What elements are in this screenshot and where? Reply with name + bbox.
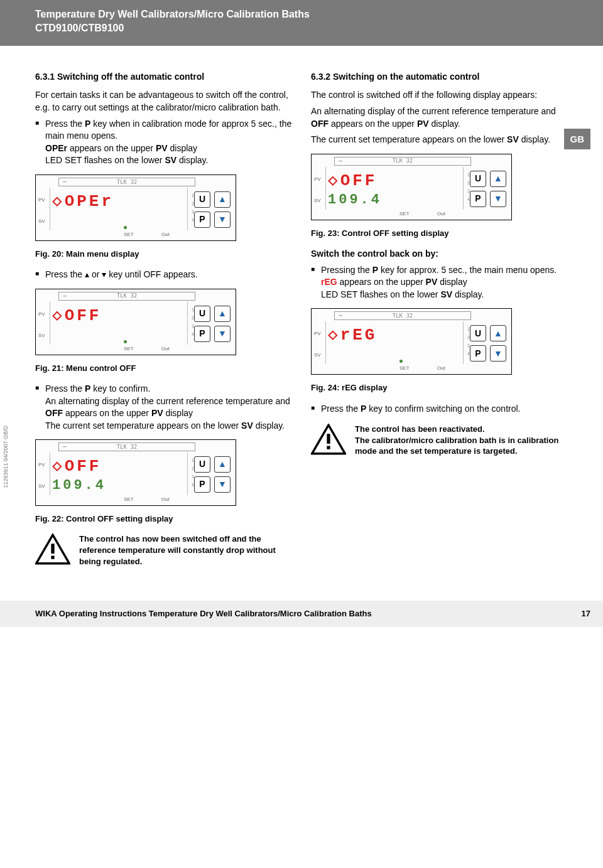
left-column: 6.3.1 Switching off the automatic contro…	[35, 71, 292, 576]
p-button[interactable]: P	[194, 326, 210, 342]
panel-model-label: ⎓TLK 32	[58, 292, 195, 301]
display-panel-fig24: ⎓TLK 32 PV SV ◇rEG SET Out 1 2 3 4 U ▲ P…	[311, 308, 512, 375]
sv-label: SV	[38, 218, 45, 225]
set-led	[124, 340, 127, 343]
out-label: Out	[161, 231, 170, 238]
down-button[interactable]: ▼	[490, 345, 506, 362]
out-label: Out	[437, 365, 445, 372]
page-footer: WIKA Operating Instructions Temperature …	[0, 601, 603, 627]
pv-label: PV	[38, 311, 45, 318]
bullet-press-arrows: Press the ▴ or ▾ key until OFF appears.	[35, 269, 292, 281]
panel-model-label: ⎓TLK 32	[334, 157, 471, 166]
set-label: SET	[124, 496, 134, 503]
p-button[interactable]: P	[194, 476, 210, 493]
pv-display: ◇OFF	[52, 304, 159, 327]
caption-fig22: Fig. 22: Control OFF setting display	[35, 513, 292, 525]
pv-display: ◇rEG	[328, 324, 435, 346]
footer-title: WIKA Operating Instructions Temperature …	[35, 608, 372, 619]
warning-text: The control has now been switched off an…	[79, 533, 292, 567]
warning-icon	[35, 533, 70, 565]
page-number: 17	[582, 608, 590, 619]
warning-text: The control has been reactivated. The ca…	[355, 424, 568, 457]
sv-label: SV	[38, 483, 45, 490]
svg-rect-4	[327, 434, 330, 444]
intro-631: For certain tasks it can be advantageous…	[35, 89, 292, 114]
caption-fig24: Fig. 24: rEG display	[311, 382, 568, 394]
page-header: Temperature Dry Well Calibrators/Micro C…	[0, 0, 603, 46]
content-area: GB 6.3.1 Switching off the automatic con…	[0, 46, 603, 588]
sv-label: SV	[314, 197, 321, 204]
set-led	[399, 360, 403, 363]
p-632-sv: The current set temperature appears on t…	[311, 134, 568, 146]
u-button[interactable]: U	[194, 306, 210, 322]
switch-back-heading: Switch the control back on by:	[311, 248, 568, 260]
out-label: Out	[161, 496, 170, 503]
panel-model-label: ⎓TLK 32	[58, 178, 195, 186]
svg-rect-5	[327, 446, 330, 449]
document-code: 11263911 04/2007 GB/D	[2, 426, 10, 488]
pv-label: PV	[314, 176, 321, 183]
warning-icon	[311, 424, 346, 455]
header-title-2: CTD9100/CTB9100	[35, 21, 590, 35]
sv-display: 109.4	[328, 191, 435, 210]
pv-label: PV	[38, 461, 45, 468]
up-button[interactable]: ▲	[490, 171, 506, 187]
u-button[interactable]: U	[470, 171, 486, 187]
u-button[interactable]: U	[470, 325, 486, 341]
display-panel-fig20: ⎓TLK 32 PV SV ◇OPEr SET Out 1 2 3 4 U ▲ …	[35, 174, 236, 241]
bullet-press-p-confirm-on: Press the P key to confirm switching on …	[311, 403, 568, 415]
header-title-1: Temperature Dry Well Calibrators/Micro C…	[35, 8, 590, 21]
warning-control-on: The control has been reactivated. The ca…	[311, 424, 568, 457]
down-button[interactable]: ▼	[490, 191, 506, 207]
svg-rect-2	[51, 556, 54, 559]
bullet-press-p-5sec: Pressing the P key for approx. 5 sec., t…	[311, 264, 568, 301]
up-button[interactable]: ▲	[490, 325, 506, 341]
sv-display: 109.4	[52, 476, 159, 496]
language-tab: GB	[564, 129, 591, 149]
caption-fig20: Fig. 20: Main menu display	[35, 249, 292, 260]
heading-6-3-2: 6.3.2 Switching on the automatic control	[311, 71, 568, 83]
down-button[interactable]: ▼	[214, 212, 231, 228]
up-button[interactable]: ▲	[214, 456, 231, 473]
set-led	[124, 226, 127, 229]
up-button[interactable]: ▲	[214, 191, 231, 208]
set-label: SET	[399, 365, 410, 372]
p-button[interactable]: P	[470, 191, 486, 207]
sv-label: SV	[314, 351, 321, 358]
p-632-intro: The control is switched off if the follo…	[311, 89, 568, 102]
caption-fig21: Fig. 21: Menu control OFF	[35, 363, 292, 374]
out-label: Out	[437, 210, 445, 217]
pv-display: ◇OPEr	[52, 190, 159, 213]
pv-label: PV	[314, 330, 321, 337]
set-label: SET	[124, 231, 134, 238]
pv-label: PV	[38, 196, 45, 203]
set-label: SET	[124, 345, 134, 352]
right-column: 6.3.2 Switching on the automatic control…	[311, 71, 568, 576]
sv-label: SV	[38, 332, 45, 339]
pv-display: ◇OFF	[52, 455, 159, 478]
down-button[interactable]: ▼	[214, 476, 231, 493]
u-button[interactable]: U	[194, 456, 210, 473]
up-button[interactable]: ▲	[214, 306, 231, 322]
p-button[interactable]: P	[470, 345, 486, 362]
down-button[interactable]: ▼	[214, 326, 231, 342]
bullet-press-p-confirm: Press the P key to confirm. An alternati…	[35, 383, 292, 432]
p-button[interactable]: P	[194, 212, 210, 228]
caption-fig23: Fig. 23: Control OFF setting display	[311, 228, 568, 239]
warning-control-off: The control has now been switched off an…	[35, 533, 292, 567]
pv-display: ◇OFF	[328, 169, 435, 192]
heading-6-3-1: 6.3.1 Switching off the automatic contro…	[35, 71, 292, 83]
display-panel-fig21: ⎓TLK 32 PV SV ◇OFF SET Out 1 2 3 4 U ▲ P…	[35, 289, 236, 355]
svg-rect-1	[51, 544, 54, 554]
set-label: SET	[399, 210, 410, 217]
display-panel-fig22: ⎓TLK 32 PV SV ◇OFF 109.4 SET Out 1 2 3 4…	[35, 439, 236, 506]
out-label: Out	[161, 345, 170, 352]
u-button[interactable]: U	[194, 191, 210, 208]
p-632-alt: An alternating display of the current re…	[311, 105, 568, 130]
panel-model-label: ⎓TLK 32	[58, 442, 195, 451]
display-panel-fig23: ⎓TLK 32 PV SV ◇OFF 109.4 SET Out 1 2 3 4…	[311, 154, 512, 220]
panel-model-label: ⎓TLK 32	[334, 311, 471, 320]
bullet-press-p: Press the P key when in calibration mode…	[35, 118, 292, 167]
